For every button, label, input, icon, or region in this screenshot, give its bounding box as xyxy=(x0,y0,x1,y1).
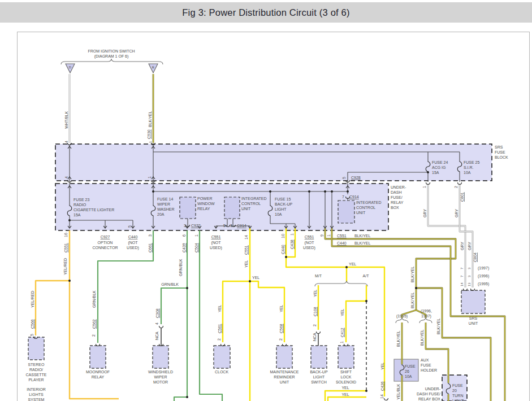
pin-number: 5 xyxy=(223,224,226,228)
connector-label: C922 xyxy=(191,224,201,228)
maintenance-reminder-label: MAINTENANCE xyxy=(270,370,299,374)
wire-color-label: GRN/BLK xyxy=(92,290,96,308)
connector-label: C551 xyxy=(244,245,248,255)
pin-number: 14 xyxy=(380,394,384,399)
connector-label: C440 xyxy=(281,245,285,254)
wire-yelred xyxy=(36,281,70,335)
fuse-15-label: FUSE 15 xyxy=(275,197,291,201)
wire-color-label: BLK/YEL xyxy=(396,330,400,347)
pin-number: 1 xyxy=(340,341,344,343)
diagram-label: RELAY xyxy=(92,375,105,379)
wire-color-label: YEL/RED xyxy=(63,258,67,275)
diagram-label: CONTROL xyxy=(356,206,375,210)
fuse-20-label: FUSE xyxy=(452,383,463,387)
diagram-label: LIGHTS xyxy=(29,393,44,396)
junction-dot xyxy=(269,190,271,193)
windshield-wiper-motor-box xyxy=(153,346,168,368)
connector-label: C108 xyxy=(313,307,317,316)
power-window-relay-label: POWER xyxy=(197,197,212,200)
connector-symbol xyxy=(426,182,430,185)
pin-number: 7 xyxy=(460,275,464,277)
page: Fig 3: Power Distribution Circuit (3 of … xyxy=(0,0,532,401)
diagram-label: PLAYER xyxy=(28,378,44,382)
diagram-label: WIPER xyxy=(157,202,170,206)
pin-number: 5 xyxy=(30,334,34,336)
connector-label: C504 xyxy=(194,243,198,252)
connector-label: C551 xyxy=(305,235,314,239)
wire-color-label: BLK/YEL xyxy=(410,292,414,308)
wire-blkyel xyxy=(325,228,456,310)
junction-dot xyxy=(345,266,348,268)
connector-symbol xyxy=(344,344,348,346)
diagram-label: RELAY xyxy=(197,207,210,211)
junction-dot xyxy=(249,280,251,282)
pin-number: 2 xyxy=(92,334,96,337)
wire-color-label: BLK/YEL xyxy=(148,111,152,127)
junction-dot xyxy=(347,190,349,193)
diagram-label: (NOT xyxy=(304,241,314,245)
junction-dot xyxy=(285,256,287,258)
connector-label: C927 xyxy=(101,235,110,239)
pin-number: 1 xyxy=(290,233,294,236)
fuse-26-label: FUSE xyxy=(405,364,416,368)
connector-symbol xyxy=(458,182,462,185)
wire-yel xyxy=(286,228,384,396)
pin-number: 13 xyxy=(468,282,471,286)
wire-color-label: WHT/BLK xyxy=(64,111,68,129)
connector-symbol xyxy=(384,398,388,400)
connector-label: C439 xyxy=(182,243,186,252)
moonroof-relay-label: MOONROOF xyxy=(86,370,110,374)
diagram-label: 10A xyxy=(405,374,412,378)
diagram-label: RELAY BOX xyxy=(418,397,440,401)
diagram-label: USED) xyxy=(303,246,315,250)
pin-number: 1 xyxy=(422,186,426,188)
diagram-label: 15A xyxy=(73,213,81,217)
diagram-label: 10A xyxy=(464,171,471,175)
diagram-label: WIPER xyxy=(154,375,167,379)
diagram-label: (NOT xyxy=(128,241,138,245)
connector-symbol xyxy=(221,344,225,346)
diagram-label: LIGHT xyxy=(275,207,287,211)
connector-label: C412 xyxy=(340,328,344,337)
diagram-label: SYSTEM xyxy=(28,398,45,401)
junction-dot xyxy=(365,390,367,392)
wire-yel xyxy=(328,397,366,401)
diagram-label: RADIO/ xyxy=(29,368,43,372)
wire-color-label: GRY xyxy=(423,209,427,217)
connector-label: C440 xyxy=(337,241,347,245)
diagram-label: OPTION xyxy=(98,241,113,245)
connector-symbol xyxy=(464,289,468,291)
pin-number: 1 xyxy=(327,234,331,237)
junction-dot xyxy=(152,190,154,193)
connector-label: C661 xyxy=(148,243,152,252)
diagram-label: LIGHT xyxy=(452,399,464,401)
wire-color-label: YEL xyxy=(349,262,356,266)
brace xyxy=(61,59,163,64)
pin-number: 2 xyxy=(217,338,221,341)
wire-color-label: BLK/YEL xyxy=(420,329,424,346)
diagram-label: RADIO xyxy=(73,203,86,207)
pin-number: 5 xyxy=(342,177,346,179)
pin-number: 6 xyxy=(182,234,186,237)
diagram-label: FUSE xyxy=(495,150,505,154)
junction-dot xyxy=(324,190,326,193)
connector-label: C804 xyxy=(473,252,477,262)
diagram-label: 26 xyxy=(405,369,409,373)
diagram-label: WASHER xyxy=(157,207,174,211)
wire-color-label: BLK/YEL xyxy=(354,241,371,245)
connector-label: C928 xyxy=(351,176,361,180)
wire-color-label: GRY xyxy=(468,242,472,250)
moonroof-relay-box xyxy=(90,346,106,368)
wire-color-label: YEL/RED xyxy=(31,291,34,308)
srs-fuse-block-label: SRS xyxy=(495,145,503,149)
connector-label: C440 xyxy=(128,235,138,239)
junction-dot xyxy=(68,219,71,221)
junction-dot xyxy=(68,280,71,282)
diagram-label: 1997) xyxy=(421,314,431,319)
junction-dot xyxy=(186,287,188,289)
wire-grn xyxy=(200,230,222,401)
pin-number: 2 xyxy=(279,338,283,341)
pin-number: 3 xyxy=(148,234,152,237)
junction-dot xyxy=(415,287,417,289)
wire-color-label: YEL xyxy=(279,305,283,312)
